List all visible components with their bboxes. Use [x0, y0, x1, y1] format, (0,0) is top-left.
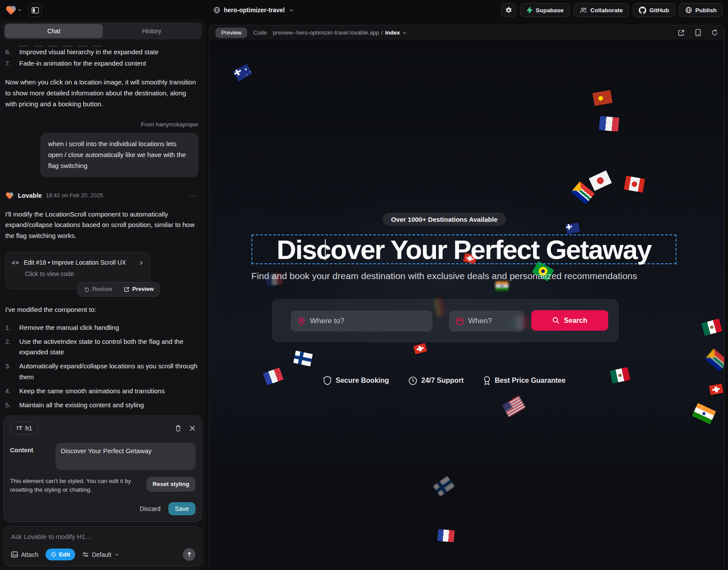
search-icon [552, 317, 560, 324]
destinations-badge: Over 1000+ Destinations Available [383, 213, 506, 226]
chat-sidebar: Chat History 6.Improved visual hierarchy… [0, 20, 206, 570]
clock-icon [408, 376, 418, 385]
globe-icon [685, 7, 692, 14]
save-button[interactable]: Save [168, 502, 195, 515]
tab-code[interactable]: Code [253, 29, 267, 36]
github-icon [639, 7, 646, 14]
france-flag-icon [263, 367, 284, 385]
mexico-flag-icon [701, 318, 722, 336]
switzerland-flag-icon [709, 384, 723, 395]
chevron-down-icon [17, 8, 22, 12]
open-external-icon[interactable] [678, 29, 685, 36]
close-icon[interactable] [189, 425, 195, 431]
preview-chrome-bar: Preview Code preview--hero-optimizer-tra… [209, 25, 724, 40]
list-item-text: Fade-in animation for the expanded conte… [19, 58, 146, 69]
from-label: From harrymckayroper [5, 120, 199, 129]
send-button[interactable] [183, 548, 195, 561]
list-item-number: 4. [5, 386, 19, 397]
assistant-message-header: Lovable 18:42 on Feb 20, 2025 ··· [5, 190, 199, 201]
restore-button[interactable]: Restore [78, 284, 118, 294]
south-africa-flag-icon [571, 182, 595, 205]
gear-icon [505, 7, 512, 14]
search-panel: Where to? When? Search [272, 299, 619, 342]
github-label: GitHub [649, 7, 669, 14]
chat-input-field[interactable]: Ask Lovable to modify H1... [11, 533, 195, 540]
collaborate-label: Collaborate [590, 7, 623, 14]
list-item-text: Maintain all the existing content and st… [19, 400, 144, 411]
chat-scroll-area[interactable]: 6.Improved visual hierarchy in the expan… [0, 39, 206, 411]
collaborate-button[interactable]: Collaborate [574, 3, 629, 17]
edit-card-title: Edit #18 • Improve Location Scroll UX [24, 258, 126, 268]
supabase-label: Supabase [536, 7, 564, 14]
when-placeholder: When? [468, 317, 492, 325]
reset-styling-button[interactable]: Reset styling [146, 477, 195, 492]
map-pin-icon [298, 317, 305, 325]
list-item-number: 3. [5, 361, 19, 383]
github-button[interactable]: GitHub [633, 3, 675, 17]
attach-button[interactable]: Attach [11, 551, 38, 558]
where-to-placeholder: Where to? [310, 317, 344, 325]
preview-viewport: Over 1000+ Destinations Available Discov… [209, 40, 724, 570]
url-path: index [385, 29, 400, 36]
chevron-down-icon [402, 31, 407, 35]
list-item-number: 6. [5, 47, 19, 58]
assistant-list-main: 1.Remove the manual click handling2.Use … [5, 322, 199, 411]
lovable-logo-menu[interactable] [5, 5, 22, 15]
list-item-number: 5. [5, 400, 19, 411]
element-tag-chip[interactable]: TT h1 [10, 422, 38, 435]
sidebar-toggle-button[interactable] [28, 3, 42, 17]
restore-label: Restore [92, 284, 112, 294]
preview-button[interactable]: Preview [118, 284, 159, 294]
where-to-input[interactable]: Where to? [291, 311, 432, 332]
typography-icon: TT [16, 425, 22, 431]
content-textarea[interactable]: Discover Your Perfect Getaway [56, 443, 195, 470]
discard-button[interactable]: Discard [140, 505, 160, 512]
settings-button[interactable] [501, 3, 516, 17]
finland-flag-icon [433, 476, 454, 497]
image-icon [11, 551, 18, 558]
japan-flag-icon [589, 170, 612, 191]
list-item: 7.Fade-in animation for the expanded con… [5, 58, 199, 69]
when-input[interactable]: When? [449, 311, 524, 332]
supabase-button[interactable]: Supabase [520, 3, 570, 17]
more-menu-icon[interactable]: ··· [189, 190, 199, 201]
h1-selection-outline[interactable]: Discover Your Perfect Getaway [251, 234, 676, 264]
code-icon: <> [12, 258, 19, 268]
top-bar: hero-optimizer-travel Supabase Collabora… [0, 0, 728, 20]
tab-chat[interactable]: Chat [5, 24, 103, 38]
finland-flag-icon [293, 350, 313, 367]
project-switcher[interactable]: hero-optimizer-travel [213, 7, 294, 14]
tab-preview[interactable]: Preview [216, 28, 247, 38]
list-item-number: 7. [5, 58, 19, 69]
australia-flag-icon [233, 64, 252, 82]
list-item-number: 2. [5, 336, 19, 358]
content-label: Content [10, 443, 49, 470]
refresh-icon[interactable] [711, 29, 718, 36]
search-label: Search [564, 317, 587, 325]
list-item-text: Improved visual hierarchy in the expande… [19, 47, 159, 58]
panel-layout-icon [31, 7, 39, 14]
external-link-icon [124, 287, 129, 292]
globe-icon [213, 7, 220, 14]
default-mode-selector[interactable]: Default [82, 551, 118, 558]
usa-flag-icon [502, 395, 526, 417]
arrow-up-icon [187, 552, 192, 557]
trash-icon[interactable] [175, 425, 181, 432]
list-item-text: Remove the manual click handling [19, 322, 119, 333]
assistant-paragraph: I'll modify the LocationScroll component… [5, 209, 199, 242]
mobile-view-icon[interactable] [695, 29, 701, 36]
url-separator: / [381, 29, 383, 36]
search-button[interactable]: Search [531, 310, 608, 331]
element-tag: h1 [25, 425, 32, 432]
award-icon [483, 376, 491, 385]
publish-button[interactable]: Publish [679, 3, 723, 17]
portugal-flag-icon [592, 90, 613, 106]
hero-title: Discover Your Perfect Getaway [277, 234, 651, 265]
edit-mode-button[interactable]: Edit [45, 549, 76, 560]
assistant-paragraph: Now when you click on a location image, … [5, 77, 199, 110]
preview-url[interactable]: preview--hero-optimizer-travel.lovable.a… [273, 29, 406, 36]
edit-label: Edit [59, 551, 70, 558]
tab-history[interactable]: History [103, 24, 201, 38]
chevron-down-icon [115, 553, 119, 557]
list-item-text: Use the activeIndex state to control bot… [19, 336, 199, 358]
